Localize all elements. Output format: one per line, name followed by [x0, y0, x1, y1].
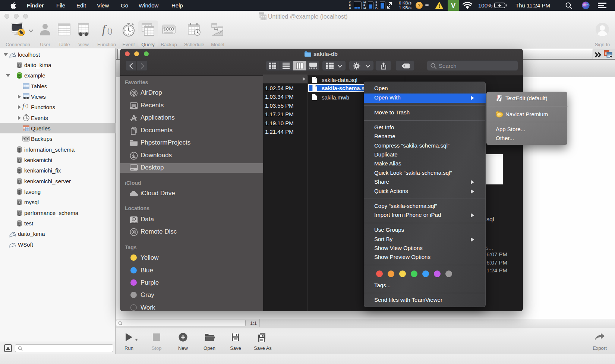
svg-text:(): (): [107, 26, 112, 35]
svg-text:f: f: [102, 22, 107, 36]
